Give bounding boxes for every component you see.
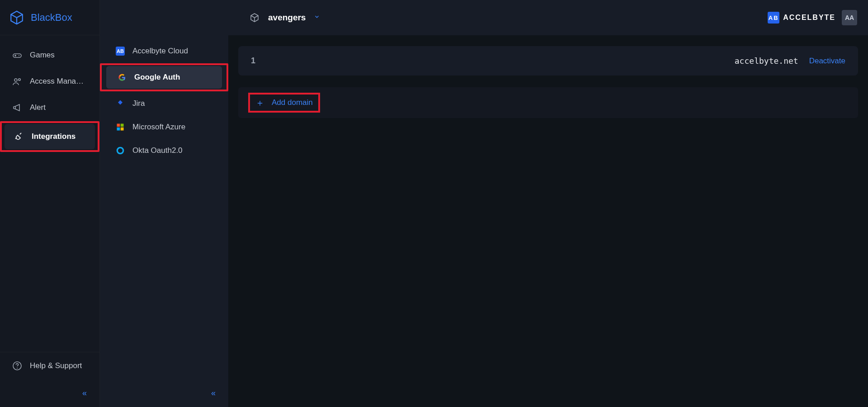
sidebar-item-label: Help & Support (30, 361, 82, 370)
svg-rect-0 (13, 54, 21, 57)
subnav-item-label: Jira (132, 99, 145, 108)
plug-icon (14, 131, 24, 142)
sidebar-item-games[interactable]: Games (3, 43, 97, 68)
cube-icon (249, 12, 260, 23)
integrations-subnav: AB Accelbyte Cloud Google Auth (100, 0, 228, 407)
chevron-double-left-icon: « (82, 388, 87, 398)
sidebar-item-label: Integrations (32, 132, 75, 141)
plus-icon: ＋ (255, 98, 264, 107)
add-domain-bar: ＋ Add domain (238, 87, 858, 118)
vendor-logo[interactable]: AB ACCELBYTE (768, 12, 835, 24)
deactivate-button[interactable]: Deactivate (809, 57, 845, 66)
sidebar-footer: Help & Support « (0, 352, 99, 407)
project-selector[interactable]: avengers (228, 12, 320, 23)
okta-icon (115, 146, 125, 156)
brand[interactable]: BlackBox (0, 0, 99, 35)
vendor-mark-icon: AB (768, 12, 779, 24)
accelbyte-cloud-icon: AB (115, 46, 125, 56)
svg-point-1 (19, 55, 19, 56)
content: 1 accelbyte.net Deactivate ＋ Add domain (228, 35, 868, 129)
sidebar-item-label: Games (30, 51, 55, 60)
row-index: 1 (251, 56, 260, 66)
subnav-item-accelbyte-cloud[interactable]: AB Accelbyte Cloud (104, 40, 224, 62)
subnav-item-jira[interactable]: Jira (104, 92, 224, 115)
svg-point-5 (17, 368, 18, 369)
subnav-item-microsoft-azure[interactable]: Microsoft Azure (104, 116, 224, 138)
subnav-collapse-button[interactable]: « (100, 379, 228, 407)
chevron-down-icon (314, 14, 320, 22)
subnav-item-google-auth[interactable]: Google Auth (106, 66, 222, 89)
svg-rect-6 (117, 124, 120, 127)
logo-cube-icon (9, 10, 24, 25)
svg-point-2 (14, 79, 17, 81)
sidebar-item-alert[interactable]: Alert (3, 95, 97, 120)
subnav-item-okta[interactable]: Okta Oauth2.0 (104, 139, 224, 162)
svg-rect-9 (121, 128, 124, 131)
subnav-item-label: Accelbyte Cloud (132, 47, 188, 56)
sidebar-item-help[interactable]: Help & Support (3, 353, 97, 379)
jira-icon (115, 99, 125, 109)
highlight-add-domain: ＋ Add domain (248, 93, 320, 113)
sidebar-item-integrations[interactable]: Integrations (5, 124, 95, 149)
subnav-item-label: Microsoft Azure (132, 123, 185, 132)
google-icon (117, 72, 127, 82)
avatar-initials: AA (845, 14, 854, 21)
vendor-name: ACCELBYTE (783, 14, 835, 22)
highlight-google-auth: Google Auth (100, 63, 228, 91)
subnav-item-label: Google Auth (134, 73, 180, 82)
subnav-item-label: Okta Oauth2.0 (132, 146, 183, 155)
topbar-right: AB ACCELBYTE AA (768, 10, 857, 25)
add-domain-button[interactable]: ＋ Add domain (250, 95, 318, 111)
row-domain: accelbyte.net (735, 56, 798, 66)
help-circle-icon (12, 360, 23, 371)
project-name: avengers (268, 13, 306, 23)
sidebar-item-access-management[interactable]: Access Manage… (3, 69, 97, 94)
svg-point-10 (117, 147, 123, 153)
users-icon (12, 76, 23, 87)
integrations-list: AB Accelbyte Cloud Google Auth (100, 0, 228, 379)
microsoft-icon (115, 122, 125, 132)
sidebar-item-label: Access Manage… (30, 77, 88, 86)
gamepad-icon (12, 50, 23, 61)
megaphone-icon (12, 102, 23, 113)
main: avengers AB ACCELBYTE AA 1 accelbyte.net… (228, 0, 868, 407)
topbar: avengers AB ACCELBYTE AA (100, 0, 868, 35)
highlight-integrations: Integrations (0, 121, 99, 152)
sidebar-collapse-button[interactable]: « (0, 379, 99, 407)
sidebar-nav: Games Access Manage… Alert Integrations (0, 35, 99, 352)
avatar[interactable]: AA (842, 10, 857, 25)
svg-rect-7 (121, 124, 124, 127)
sidebar-item-label: Alert (30, 103, 46, 112)
primary-sidebar: BlackBox Games Access Manage… Alert (0, 0, 100, 407)
chevron-double-left-icon: « (211, 388, 216, 398)
domain-row: 1 accelbyte.net Deactivate (238, 46, 858, 76)
add-domain-label: Add domain (272, 98, 313, 107)
svg-point-3 (19, 79, 20, 80)
brand-name: BlackBox (31, 12, 72, 24)
svg-rect-8 (117, 128, 120, 131)
